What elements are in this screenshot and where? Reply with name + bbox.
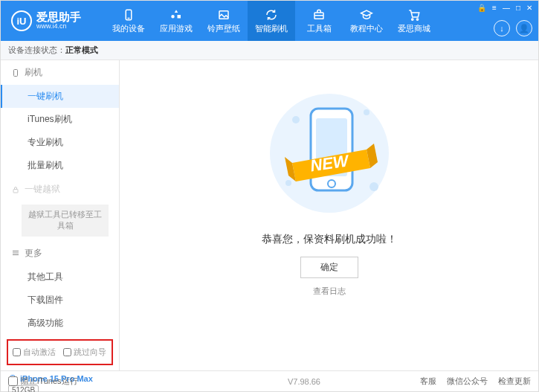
status-value: 正常模式 [65, 45, 98, 56]
sidebar-item-itunes[interactable]: iTunes刷机 [1, 108, 119, 131]
nav-my-device[interactable]: 我的设备 [105, 1, 152, 41]
sidebar-item-advanced[interactable]: 高级功能 [1, 312, 119, 335]
download-button[interactable]: ↓ [494, 20, 510, 36]
lock-icon[interactable]: 🔒 [477, 4, 486, 12]
sidebar-checks-highlight: 自动激活 跳过向导 [7, 339, 113, 365]
sidebar-item-batch[interactable]: 批量刷机 [1, 154, 119, 177]
footer-wechat[interactable]: 微信公众号 [447, 376, 488, 387]
svg-rect-7 [13, 189, 18, 193]
nav-tutorial[interactable]: 教程中心 [343, 1, 390, 41]
footer: 阻止iTunes运行 V7.98.66 客服 微信公众号 检查更新 [1, 370, 538, 391]
titlebar: iU 爱思助手 www.i4.cn 我的设备 应用游戏 铃声壁纸 智能刷机 工具… [1, 1, 538, 41]
graduation-icon [359, 8, 374, 22]
ok-button[interactable]: 确定 [300, 257, 358, 278]
refresh-icon [264, 8, 279, 22]
minimize-icon[interactable]: — [503, 4, 510, 12]
sidebar-item-download[interactable]: 下载固件 [1, 289, 119, 312]
success-illustration: NEW [255, 83, 404, 224]
svg-rect-6 [14, 69, 18, 76]
svg-point-13 [292, 116, 300, 123]
nav-shop[interactable]: 爱思商城 [390, 1, 438, 41]
nav-ringtone[interactable]: 铃声壁纸 [200, 1, 248, 41]
user-button[interactable]: 👤 [516, 20, 532, 36]
image-icon [216, 8, 231, 22]
sidebar-group-flash[interactable]: 刷机 [1, 60, 119, 85]
maximize-icon[interactable]: □ [516, 4, 520, 12]
sidebar: 刷机 一键刷机 iTunes刷机 专业刷机 批量刷机 一键越狱 越狱工具已转移至… [1, 60, 120, 370]
sidebar-item-pro[interactable]: 专业刷机 [1, 131, 119, 154]
view-log-link[interactable]: 查看日志 [313, 286, 346, 297]
sidebar-item-other[interactable]: 其他工具 [1, 266, 119, 289]
footer-support[interactable]: 客服 [420, 376, 436, 387]
jailbreak-note: 越狱工具已转移至工具箱 [22, 205, 109, 237]
svg-point-4 [412, 18, 413, 19]
svg-point-14 [364, 109, 369, 115]
footer-update[interactable]: 检查更新 [498, 376, 531, 387]
sidebar-item-oneclick[interactable]: 一键刷机 [1, 85, 119, 108]
close-icon[interactable]: ✕ [526, 4, 532, 12]
check-skip-guide[interactable]: 跳过向导 [63, 347, 106, 358]
nav-apps[interactable]: 应用游戏 [152, 1, 200, 41]
phone-small-icon [11, 68, 20, 77]
brand-logo-icon: iU [11, 10, 32, 31]
main-nav: 我的设备 应用游戏 铃声壁纸 智能刷机 工具箱 教程中心 爱思商城 [105, 1, 471, 41]
toolbox-icon [312, 8, 326, 22]
svg-point-5 [416, 18, 418, 19]
title-right: 🔒 ≡ — □ ✕ ↓ 👤 [471, 1, 538, 41]
brand-name: 爱思助手 [36, 11, 81, 24]
sidebar-group-jailbreak[interactable]: 一键越狱 [1, 177, 119, 202]
brand-url: www.i4.cn [36, 23, 81, 30]
cart-icon [407, 8, 422, 22]
sidebar-group-more[interactable]: 更多 [1, 241, 119, 266]
status-bar: 设备连接状态：正常模式 [1, 41, 538, 60]
lock-small-icon [11, 185, 20, 194]
nav-flash[interactable]: 智能刷机 [248, 1, 295, 41]
svg-point-15 [369, 182, 378, 191]
nav-toolbox[interactable]: 工具箱 [295, 1, 343, 41]
check-auto-activate[interactable]: 自动激活 [13, 347, 56, 358]
more-icon [11, 248, 20, 257]
main-content: NEW 恭喜您，保资料刷机成功啦！ 确定 查看日志 [120, 60, 538, 370]
svg-point-16 [285, 180, 291, 186]
brand: iU 爱思助手 www.i4.cn [1, 1, 105, 41]
version-label: V7.98.66 [288, 377, 320, 386]
menu-icon[interactable]: ≡ [492, 4, 497, 12]
block-itunes-check[interactable]: 阻止iTunes运行 [8, 376, 78, 387]
apps-icon [169, 8, 184, 22]
success-message: 恭喜您，保资料刷机成功啦！ [262, 233, 397, 246]
phone-icon [121, 8, 136, 22]
